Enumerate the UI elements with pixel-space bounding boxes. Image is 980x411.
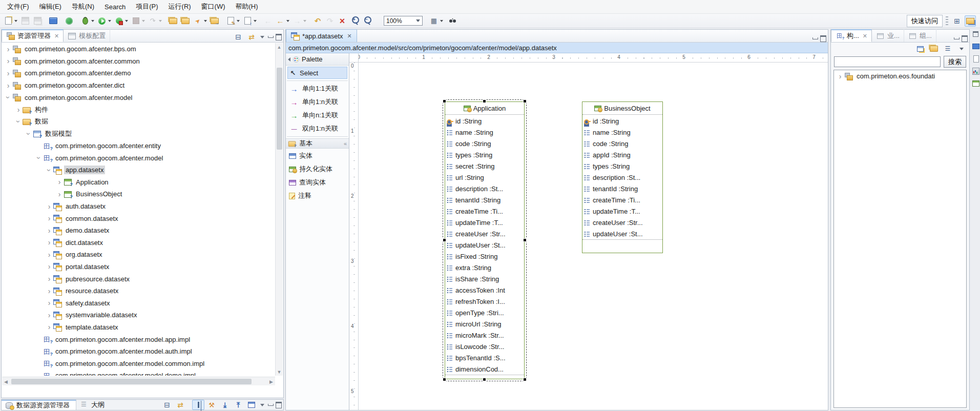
scroll-right-icon[interactable]: ▶ bbox=[267, 378, 275, 385]
scroll-left-icon[interactable]: ◀ bbox=[2, 378, 10, 385]
toolbar-drag-handle[interactable] bbox=[946, 16, 948, 26]
menu-item[interactable]: 帮助(H) bbox=[231, 0, 263, 13]
palette-relation-tool[interactable]: → 单向n:1关联 bbox=[287, 109, 347, 121]
profile-icon[interactable] bbox=[147, 15, 163, 27]
entity-field[interactable]: code :String bbox=[445, 138, 524, 149]
resize-handle[interactable] bbox=[443, 238, 446, 242]
tree-item[interactable]: com.primeton.gocom.afcenter.demo bbox=[2, 67, 275, 79]
entity-field[interactable]: url :String bbox=[445, 172, 524, 183]
resize-handle[interactable] bbox=[523, 378, 527, 381]
menu-item[interactable]: 编辑(E) bbox=[34, 0, 67, 13]
entity-businessobject[interactable]: BusinessObject id :String name :String bbox=[582, 101, 663, 253]
entity-field[interactable]: accessToken :Int bbox=[445, 284, 524, 296]
tree-item[interactable]: com.primeton.gocom.afcenter.model.auth.i… bbox=[2, 345, 275, 358]
entity-field[interactable]: description :St... bbox=[445, 183, 524, 194]
menu-item[interactable]: 文件(F) bbox=[2, 0, 34, 13]
diagram-layout-icon[interactable] bbox=[428, 15, 445, 27]
palette-entity-tool[interactable]: 实体 bbox=[287, 150, 347, 162]
console-icon[interactable] bbox=[47, 15, 59, 27]
minimize-icon[interactable] bbox=[267, 33, 274, 40]
entity-field[interactable]: appId :String bbox=[582, 149, 662, 160]
view-menu-icon[interactable] bbox=[955, 43, 968, 55]
import-project-icon[interactable] bbox=[208, 15, 221, 27]
expand-toggle-icon[interactable] bbox=[4, 69, 12, 77]
open-perspective-icon[interactable] bbox=[951, 15, 963, 27]
snippets-view-icon[interactable] bbox=[972, 55, 979, 63]
view-tab[interactable]: 大纲 bbox=[76, 400, 111, 410]
palette-relation-tool[interactable]: → 单向1:1关联 bbox=[287, 83, 347, 95]
generate-icon[interactable] bbox=[241, 15, 258, 27]
view-menu-icon[interactable] bbox=[259, 33, 266, 40]
scroll-down-icon[interactable]: ▼ bbox=[276, 368, 283, 376]
close-tab-icon[interactable]: ✕ bbox=[54, 33, 59, 39]
tree-item[interactable]: com.primeton.gocom.afcenter.bps.om bbox=[2, 43, 275, 55]
expand-toggle-icon[interactable] bbox=[45, 275, 53, 283]
entity-field[interactable]: isFixed :String bbox=[445, 251, 524, 262]
expand-toggle-icon[interactable] bbox=[25, 130, 33, 138]
forward-icon[interactable] bbox=[291, 15, 308, 27]
palette-relation-tool[interactable]: → 单向1:n关联 bbox=[287, 96, 347, 108]
expand-toggle-icon[interactable] bbox=[55, 178, 64, 186]
search-button[interactable]: 搜索 bbox=[944, 56, 966, 68]
maximize-icon[interactable] bbox=[275, 401, 282, 408]
collapse-group-icon[interactable]: « bbox=[344, 140, 347, 147]
entity-field[interactable]: createUser :Str... bbox=[445, 228, 524, 239]
run-icon[interactable] bbox=[96, 15, 113, 27]
redo-icon[interactable] bbox=[324, 15, 336, 27]
maximize-icon[interactable] bbox=[820, 35, 827, 42]
view-tab[interactable]: 数据源资源管理器 bbox=[2, 400, 76, 410]
expand-toggle-icon[interactable] bbox=[45, 166, 53, 174]
expand-toggle-icon[interactable] bbox=[45, 287, 53, 295]
entity-application[interactable]: Application id :String name :String bbox=[445, 101, 525, 379]
view-tab[interactable]: 构... ✕ bbox=[831, 29, 872, 42]
run-config-icon[interactable] bbox=[113, 15, 130, 27]
expand-toggle-icon[interactable] bbox=[45, 202, 53, 211]
entity-field[interactable]: id :String bbox=[445, 115, 524, 127]
launch-icon[interactable] bbox=[192, 15, 208, 27]
eos-server-icon[interactable] bbox=[63, 15, 75, 27]
minimize-icon[interactable] bbox=[953, 35, 960, 42]
export-icon[interactable] bbox=[232, 400, 244, 410]
menu-item[interactable]: 导航(N) bbox=[67, 0, 99, 13]
collapse-all-icon[interactable] bbox=[232, 32, 244, 42]
menu-item[interactable]: 窗口(W) bbox=[196, 0, 231, 13]
entity-field[interactable]: openType :Stri... bbox=[445, 307, 524, 318]
debug-icon[interactable] bbox=[79, 15, 96, 27]
entity-field[interactable]: extra :String bbox=[445, 262, 524, 273]
entity-field[interactable]: dimensionCod... bbox=[445, 363, 524, 375]
minimize-icon[interactable] bbox=[267, 401, 274, 408]
entity-field[interactable]: bpsTenantId :S... bbox=[445, 352, 524, 363]
tree-item[interactable]: auth.datasetx bbox=[2, 200, 275, 213]
menu-item[interactable]: 运行(R) bbox=[163, 0, 196, 13]
resize-handle[interactable] bbox=[483, 378, 486, 381]
tree-item[interactable]: BusinessObject bbox=[2, 188, 275, 200]
tree-item[interactable]: com.primeton.gocom.afcenter.model bbox=[2, 91, 275, 104]
entity-header[interactable]: BusinessObject bbox=[582, 102, 662, 115]
palette-relation-tool[interactable]: ─ 双向1:n关联 bbox=[287, 122, 347, 135]
entity-field[interactable]: updateUser :St... bbox=[582, 228, 662, 239]
expand-toggle-icon[interactable] bbox=[4, 57, 12, 65]
tree-item[interactable]: template.datasetx bbox=[2, 321, 275, 334]
expand-toggle-icon[interactable] bbox=[14, 106, 23, 114]
expand-toggle-icon[interactable] bbox=[45, 227, 53, 235]
undo-icon[interactable] bbox=[311, 15, 324, 27]
resize-handle[interactable] bbox=[523, 99, 527, 103]
new-wizard-icon[interactable] bbox=[2, 15, 19, 27]
entity-field[interactable]: refreshToken :I... bbox=[445, 296, 524, 307]
horizontal-scrollbar[interactable]: ◀ ▶ bbox=[2, 377, 275, 385]
open-resource-icon[interactable] bbox=[179, 15, 192, 27]
zoom-in-icon[interactable] bbox=[348, 15, 361, 27]
entity-field[interactable]: createTime :Ti... bbox=[445, 206, 524, 217]
save-all-icon[interactable] bbox=[31, 15, 44, 27]
expand-toggle-icon[interactable] bbox=[45, 262, 53, 271]
window-arrow-icon[interactable] bbox=[914, 43, 926, 55]
report-view-icon[interactable] bbox=[972, 67, 979, 75]
entity-field[interactable]: updateTime :T... bbox=[582, 206, 662, 217]
tree-item[interactable]: com.primeton.gocom.afcenter.entity bbox=[2, 140, 275, 152]
tree-item[interactable]: dict.datasetx bbox=[2, 237, 275, 249]
stop-icon[interactable] bbox=[130, 15, 147, 27]
diagram-canvas[interactable]: Application id :String name :String bbox=[359, 63, 828, 410]
find-icon[interactable] bbox=[445, 15, 457, 27]
expand-toggle-icon[interactable] bbox=[35, 154, 43, 162]
maximize-icon[interactable] bbox=[275, 33, 282, 40]
